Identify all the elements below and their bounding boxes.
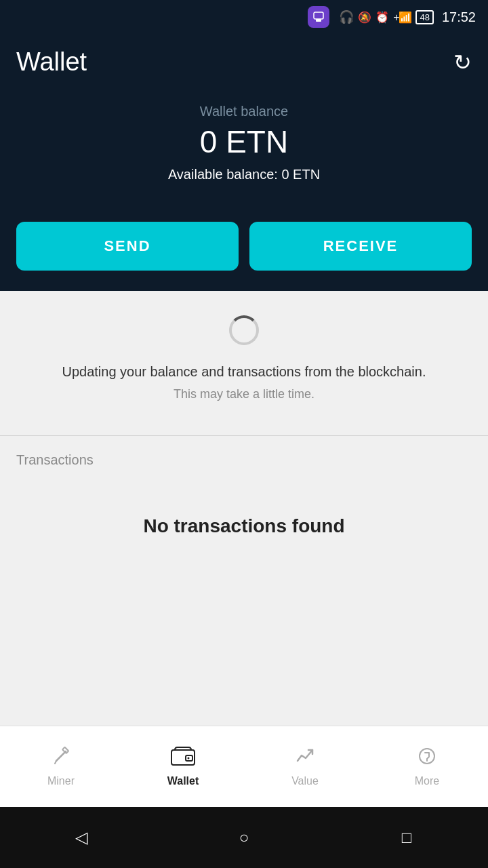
page-header: Wallet ↻ bbox=[0, 34, 488, 97]
send-button[interactable]: SEND bbox=[16, 222, 239, 271]
wallet-nav-label: Wallet bbox=[167, 775, 199, 787]
wallet-balance-label: Wallet balance bbox=[16, 104, 472, 119]
android-nav-bar: ◁ ○ □ bbox=[0, 807, 488, 868]
svg-rect-0 bbox=[314, 12, 323, 19]
more-nav-label: More bbox=[415, 775, 439, 787]
transactions-label: Transactions bbox=[16, 452, 472, 468]
loading-main-text: Updating your balance and transactions f… bbox=[62, 361, 426, 382]
svg-rect-4 bbox=[62, 747, 68, 753]
app-icon bbox=[308, 6, 329, 28]
wallet-nav-icon bbox=[171, 746, 195, 771]
miner-icon bbox=[51, 746, 71, 771]
svg-rect-1 bbox=[316, 19, 321, 22]
action-buttons: SEND RECEIVE bbox=[0, 222, 488, 291]
svg-point-7 bbox=[188, 757, 190, 760]
miner-nav-label: Miner bbox=[47, 775, 75, 787]
more-icon bbox=[417, 746, 437, 771]
nav-item-value[interactable]: Value bbox=[244, 746, 366, 787]
nav-item-more[interactable]: More bbox=[366, 746, 488, 787]
signal-icon: +​📶 bbox=[393, 11, 411, 24]
loading-spinner bbox=[229, 315, 259, 345]
mute-icon: 🔕 bbox=[358, 11, 371, 24]
status-time: 17:52 bbox=[442, 9, 476, 25]
status-bar: 🎧 🔕 ⏰ +​📶 48 17:52 bbox=[0, 0, 488, 34]
content-area: Updating your balance and transactions f… bbox=[0, 291, 488, 564]
recent-button[interactable]: □ bbox=[390, 821, 424, 854]
balance-section: Wallet balance 0 ETN Available balance: … bbox=[0, 97, 488, 222]
alarm-icon: ⏰ bbox=[375, 11, 389, 24]
status-icons: 🎧 🔕 ⏰ +​📶 48 17:52 bbox=[308, 6, 476, 28]
transactions-section: Transactions No transactions found bbox=[0, 436, 488, 564]
nav-item-miner[interactable]: Miner bbox=[0, 746, 122, 787]
receive-button[interactable]: RECEIVE bbox=[249, 222, 472, 271]
svg-rect-5 bbox=[171, 750, 195, 765]
refresh-button[interactable]: ↻ bbox=[453, 50, 472, 75]
battery-indicator: 48 bbox=[415, 10, 433, 24]
bottom-navigation: Miner Wallet Value bbox=[0, 726, 488, 807]
svg-line-2 bbox=[56, 751, 66, 761]
available-balance: Available balance: 0 ETN bbox=[16, 167, 472, 182]
svg-line-3 bbox=[55, 761, 56, 764]
balance-amount: 0 ETN bbox=[16, 123, 472, 160]
loading-sub-text: This may take a little time. bbox=[174, 387, 314, 401]
page-title: Wallet bbox=[16, 47, 87, 77]
headphone-icon: 🎧 bbox=[339, 9, 354, 24]
value-nav-label: Value bbox=[291, 775, 319, 787]
back-button[interactable]: ◁ bbox=[64, 821, 98, 854]
nav-item-wallet[interactable]: Wallet bbox=[122, 746, 244, 787]
home-button[interactable]: ○ bbox=[227, 821, 261, 854]
no-transactions-message: No transactions found bbox=[16, 488, 472, 564]
value-icon bbox=[295, 746, 315, 771]
loading-section: Updating your balance and transactions f… bbox=[0, 291, 488, 422]
